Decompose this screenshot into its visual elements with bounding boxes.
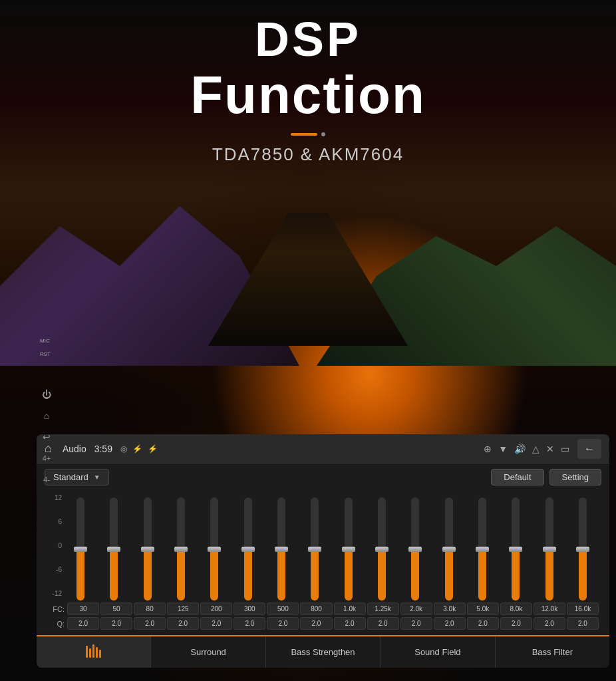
q-cell-4[interactable]: 2.0	[200, 617, 232, 630]
default-button[interactable]: Default	[491, 469, 543, 485]
q-cell-7[interactable]: 2.0	[300, 617, 332, 630]
q-cell-1[interactable]: 2.0	[100, 617, 132, 630]
q-cell-6[interactable]: 2.0	[267, 617, 299, 630]
slider-track-10[interactable]	[411, 497, 419, 601]
fc-cell-4[interactable]: 200	[200, 603, 232, 615]
fc-cell-10[interactable]: 2.0k	[400, 603, 432, 615]
slider-track-2[interactable]	[144, 497, 152, 601]
slider-track-13[interactable]	[512, 497, 520, 601]
slider-col-6[interactable]	[265, 497, 297, 601]
tab-eq[interactable]	[37, 636, 151, 668]
tab-surround[interactable]: Surround	[151, 636, 265, 668]
fc-cell-9[interactable]: 1.25k	[367, 603, 399, 615]
slider-track-0[interactable]	[77, 497, 84, 601]
slider-track-6[interactable]	[277, 497, 285, 601]
slider-track-4[interactable]	[210, 497, 218, 601]
slider-col-12[interactable]	[466, 497, 498, 601]
power-icon[interactable]: ⏻	[39, 386, 55, 402]
slider-col-15[interactable]	[567, 497, 599, 601]
slider-track-1[interactable]	[110, 497, 118, 601]
rst-label: RST	[40, 351, 51, 357]
back-side-icon[interactable]: ↩	[39, 429, 55, 445]
slider-track-5[interactable]	[244, 497, 252, 601]
topbar-title: Audio	[63, 444, 86, 454]
slider-thumb-0[interactable]	[74, 547, 87, 552]
dsp-panel: ⌂ Audio 3:59 ◎ ⚡ ⚡ ⊕ ▼ 🔊 △ ✕ ▭ ← Standar…	[37, 434, 609, 668]
slider-col-5[interactable]	[232, 497, 264, 601]
fc-cell-14[interactable]: 12.0k	[534, 603, 565, 615]
q-cell-13[interactable]: 2.0	[500, 617, 532, 630]
q-cell-10[interactable]: 2.0	[400, 617, 432, 630]
fc-cell-12[interactable]: 5.0k	[467, 603, 499, 615]
tab-bass-strengthen[interactable]: Bass Strengthen	[266, 636, 381, 668]
slider-col-0[interactable]	[65, 497, 96, 601]
slider-thumb-1[interactable]	[107, 547, 120, 552]
fc-cell-5[interactable]: 300	[233, 603, 265, 615]
scale-minus6: -6	[47, 566, 62, 573]
svg-rect-2	[92, 644, 94, 658]
q-cell-8[interactable]: 2.0	[334, 617, 366, 630]
slider-thumb-12[interactable]	[476, 547, 489, 552]
slider-thumb-13[interactable]	[509, 547, 522, 552]
slider-thumb-8[interactable]	[342, 547, 355, 552]
slider-thumb-6[interactable]	[275, 547, 288, 552]
slider-thumb-2[interactable]	[141, 547, 154, 552]
fc-cell-3[interactable]: 125	[167, 603, 199, 615]
fc-cell-11[interactable]: 3.0k	[434, 603, 466, 615]
fc-cell-1[interactable]: 50	[100, 603, 132, 615]
q-cell-5[interactable]: 2.0	[233, 617, 265, 630]
slider-track-3[interactable]	[177, 497, 185, 601]
slider-col-14[interactable]	[533, 497, 565, 601]
setting-button[interactable]: Setting	[549, 469, 601, 485]
slider-thumb-4[interactable]	[208, 547, 221, 552]
slider-thumb-5[interactable]	[241, 547, 255, 552]
slider-col-13[interactable]	[500, 497, 532, 601]
slider-col-4[interactable]	[198, 497, 230, 601]
q-cell-2[interactable]: 2.0	[134, 617, 166, 630]
slider-track-14[interactable]	[545, 497, 553, 601]
vol-down-icon[interactable]: 4-	[39, 472, 55, 487]
location-icon: ⊕	[484, 444, 492, 454]
slider-col-8[interactable]	[333, 497, 365, 601]
slider-track-9[interactable]	[378, 497, 386, 601]
eq-scale: 12 6 0 -6 -12	[47, 491, 62, 601]
fc-cell-2[interactable]: 80	[134, 603, 166, 615]
slider-col-7[interactable]	[299, 497, 331, 601]
fc-cell-13[interactable]: 8.0k	[500, 603, 532, 615]
fc-cell-6[interactable]: 500	[267, 603, 299, 615]
fc-cell-7[interactable]: 800	[300, 603, 332, 615]
slider-thumb-15[interactable]	[576, 547, 589, 552]
back-button[interactable]: ←	[577, 439, 601, 459]
slider-track-7[interactable]	[311, 497, 319, 601]
q-cell-14[interactable]: 2.0	[534, 617, 565, 630]
slider-thumb-7[interactable]	[308, 547, 321, 552]
slider-track-11[interactable]	[445, 497, 453, 601]
fc-cell-8[interactable]: 1.0k	[334, 603, 366, 615]
slider-track-15[interactable]	[579, 497, 587, 601]
slider-thumb-14[interactable]	[543, 547, 556, 552]
slider-track-8[interactable]	[345, 497, 353, 601]
q-cell-0[interactable]: 2.0	[67, 617, 99, 630]
fc-cell-15[interactable]: 16.0k	[567, 603, 599, 615]
slider-thumb-10[interactable]	[408, 547, 422, 552]
q-cell-9[interactable]: 2.0	[367, 617, 399, 630]
q-cell-15[interactable]: 2.0	[567, 617, 599, 630]
slider-col-11[interactable]	[432, 497, 464, 601]
fc-cell-0[interactable]: 30	[67, 603, 99, 615]
slider-col-9[interactable]	[366, 497, 398, 601]
slider-thumb-11[interactable]	[442, 547, 456, 552]
slider-thumb-9[interactable]	[375, 547, 388, 552]
tab-sound-field[interactable]: Sound Field	[381, 636, 495, 668]
tab-bass-filter[interactable]: Bass Filter	[496, 636, 609, 668]
home-side-icon[interactable]: ⌂	[39, 408, 55, 424]
slider-col-3[interactable]	[165, 497, 197, 601]
q-cell-3[interactable]: 2.0	[167, 617, 199, 630]
slider-track-12[interactable]	[478, 497, 486, 601]
slider-col-10[interactable]	[399, 497, 431, 601]
slider-thumb-3[interactable]	[174, 547, 188, 552]
slider-col-2[interactable]	[132, 497, 164, 601]
vol-up-icon[interactable]: 4+	[39, 450, 55, 466]
slider-col-1[interactable]	[98, 497, 130, 601]
q-cell-11[interactable]: 2.0	[434, 617, 466, 630]
q-cell-12[interactable]: 2.0	[467, 617, 499, 630]
